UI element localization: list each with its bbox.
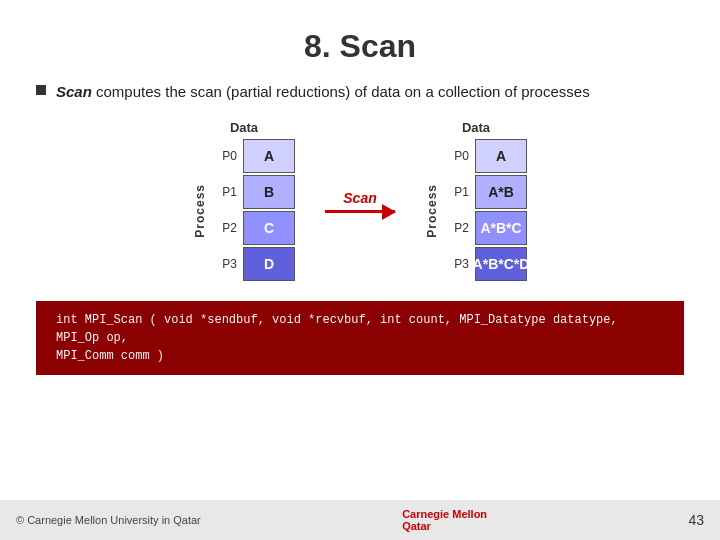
right-process-label: Process <box>425 184 439 238</box>
data-cell: A*B <box>475 175 527 209</box>
bullet-row: Scan computes the scan (partial reductio… <box>36 81 684 102</box>
cmu-logo-line1: Carnegie Mellon <box>402 508 487 520</box>
table-row: P3A*B*C*D <box>443 247 527 281</box>
data-cell: A*B*C <box>475 211 527 245</box>
bullet-icon <box>36 85 46 95</box>
cmu-logo-line2: Qatar <box>402 520 487 532</box>
bullet-section: Scan computes the scan (partial reductio… <box>0 81 720 102</box>
right-process-rows: P0AP1A*BP2A*B*CP3A*B*C*D <box>443 139 527 283</box>
code-box: int MPI_Scan ( void *sendbuf, void *recv… <box>36 301 684 375</box>
left-data-label: Data <box>230 120 258 135</box>
arrow-line <box>325 210 395 213</box>
right-process-table: Process P0AP1A*BP2A*B*CP3A*B*C*D <box>425 139 527 283</box>
left-side: Data Process P0AP1BP2CP3D <box>193 120 295 283</box>
data-cell: C <box>243 211 295 245</box>
data-cell: D <box>243 247 295 281</box>
table-row: P1A*B <box>443 175 527 209</box>
left-process-rows: P0AP1BP2CP3D <box>211 139 295 283</box>
footer: © Carnegie Mellon University in Qatar Ca… <box>0 500 720 540</box>
slide-title: 8. Scan <box>0 0 720 81</box>
code-line1: int MPI_Scan ( void *sendbuf, void *recv… <box>56 311 664 347</box>
left-process-table: Process P0AP1BP2CP3D <box>193 139 295 283</box>
data-cell: A*B*C*D <box>475 247 527 281</box>
bullet-rest: computes the scan (partial reductions) o… <box>92 83 590 100</box>
proc-name: P2 <box>443 221 469 235</box>
table-row: P1B <box>211 175 295 209</box>
code-line2: MPI_Comm comm ) <box>56 347 664 365</box>
slide: 8. Scan Scan computes the scan (partial … <box>0 0 720 540</box>
proc-name: P3 <box>443 257 469 271</box>
copyright: © Carnegie Mellon University in Qatar <box>16 514 201 526</box>
proc-name: P0 <box>443 149 469 163</box>
table-row: P2C <box>211 211 295 245</box>
table-row: P0A <box>443 139 527 173</box>
proc-name: P2 <box>211 221 237 235</box>
proc-name: P3 <box>211 257 237 271</box>
bullet-keyword: Scan <box>56 83 92 100</box>
proc-name: P1 <box>211 185 237 199</box>
table-row: P0A <box>211 139 295 173</box>
page-number: 43 <box>688 512 704 528</box>
bullet-text: Scan computes the scan (partial reductio… <box>56 81 590 102</box>
proc-name: P1 <box>443 185 469 199</box>
right-data-label: Data <box>462 120 490 135</box>
scan-arrow: Scan <box>325 190 395 213</box>
footer-logo: Carnegie Mellon Qatar <box>402 508 487 532</box>
left-process-label-container: Process <box>193 139 207 283</box>
cmu-logo-text: Carnegie Mellon Qatar <box>402 508 487 532</box>
scan-label: Scan <box>343 190 376 206</box>
table-row: P3D <box>211 247 295 281</box>
table-row: P2A*B*C <box>443 211 527 245</box>
diagram-area: Data Process P0AP1BP2CP3D Scan Data Proc… <box>0 120 720 283</box>
left-process-label: Process <box>193 184 207 238</box>
right-process-label-container: Process <box>425 139 439 283</box>
data-cell: A <box>475 139 527 173</box>
data-cell: B <box>243 175 295 209</box>
right-side: Data Process P0AP1A*BP2A*B*CP3A*B*C*D <box>425 120 527 283</box>
data-cell: A <box>243 139 295 173</box>
proc-name: P0 <box>211 149 237 163</box>
